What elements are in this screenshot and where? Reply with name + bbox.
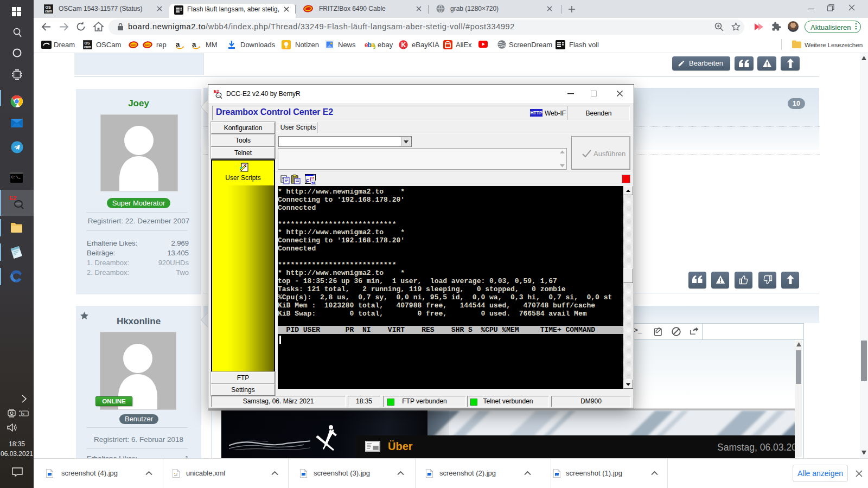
svg-text:OS: OS xyxy=(85,41,90,45)
svg-text:F: F xyxy=(306,178,309,184)
svg-text:cam: cam xyxy=(84,45,91,49)
svg-text:y: y xyxy=(373,41,375,49)
svg-text:r: r xyxy=(312,176,314,180)
svg-text:x: x xyxy=(22,412,24,416)
svg-text:a: a xyxy=(192,40,196,48)
svg-text:C:\_: C:\_ xyxy=(11,175,21,179)
svg-text:kath: kath xyxy=(131,43,136,47)
svg-text:K: K xyxy=(401,41,406,49)
svg-text:OS: OS xyxy=(46,5,51,9)
svg-text:kath: kath xyxy=(145,43,150,47)
svg-text:cam: cam xyxy=(45,9,52,13)
svg-text:a: a xyxy=(176,40,180,48)
svg-text:si: si xyxy=(311,181,315,185)
